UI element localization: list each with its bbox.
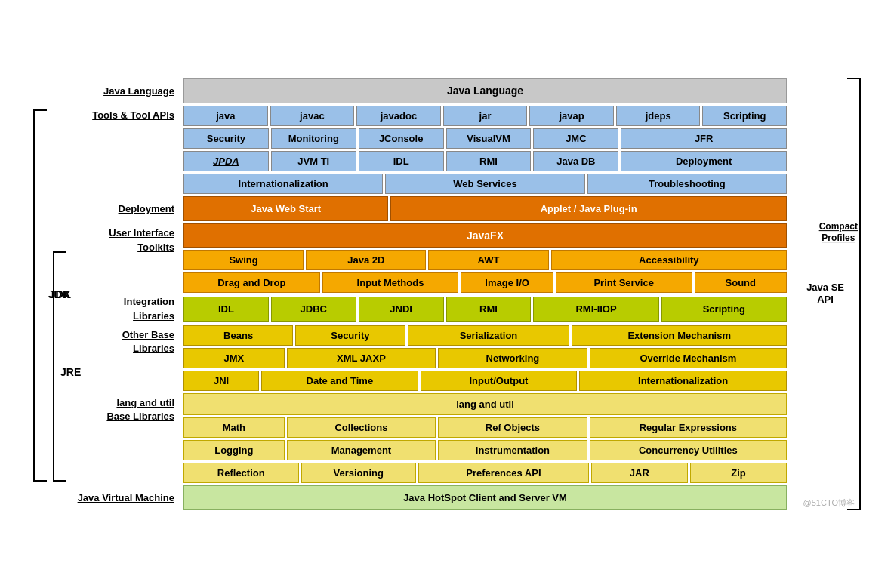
int-rmi: RMI	[446, 297, 532, 322]
lu-row1: Math Collections Ref Objects Regular Exp…	[183, 417, 787, 438]
ui-sound: Sound	[695, 272, 787, 293]
ob-row2: JMX XML JAXP Networking Override Mechani…	[183, 348, 787, 368]
ui-imageio: Image I/O	[461, 272, 553, 293]
lu-math: Math	[183, 417, 285, 438]
int-scripting: Scripting	[661, 297, 787, 322]
integration-section: IntegrationLibraries IDL JDBC JNDI RMI R…	[77, 295, 787, 322]
jdk-bracket	[33, 109, 47, 481]
tools-row2: Security Monitoring JConsole VisualVM JM…	[183, 128, 787, 149]
tool-jconsole: JConsole	[359, 128, 444, 149]
main-diagram: Java Language Java Language Tools & Tool…	[77, 78, 787, 509]
tool-idl: IDL	[359, 151, 444, 171]
tool-jvmti: JVM TI	[271, 151, 356, 171]
ui-inputmethods: Input Methods	[322, 272, 459, 293]
tool-jar: jar	[443, 106, 528, 126]
java-language-section: Java Language Java Language	[77, 78, 787, 103]
jvm-label: Java Virtual Machine	[77, 492, 179, 503]
other-base-section: Other BaseLibraries Beans Security Seria…	[77, 325, 787, 391]
ob-row3: JNI Date and Time Input/Output Internati…	[183, 371, 787, 391]
tool-jmc: JMC	[533, 128, 618, 149]
tool-visualvm: VisualVM	[446, 128, 532, 149]
tool-java: java	[183, 106, 268, 126]
tools-row4: Internationalization Web Services Troubl…	[183, 174, 787, 194]
lu-prefsapi: Preferences API	[418, 463, 589, 483]
java-se-api-label: Java SEAPI	[806, 282, 844, 307]
tool-javadb: Java DB	[533, 151, 618, 171]
java-language-cell: Java Language	[183, 78, 787, 103]
deployment-section: Deployment Java Web Start Applet / Java …	[77, 196, 787, 221]
tool-jdeps: jdeps	[616, 106, 701, 126]
ob-jni: JNI	[183, 371, 259, 391]
ob-serialization: Serialization	[408, 325, 570, 346]
ob-extension: Extension Mechanism	[572, 325, 787, 346]
deployment-label: Deployment	[77, 203, 179, 214]
ui-accessibility: Accessibility	[551, 250, 787, 270]
lang-util-header: lang and util	[183, 393, 787, 415]
tool-rmi: RMI	[446, 151, 532, 171]
tool-javac: javac	[270, 106, 355, 126]
tool-scripting: Scripting	[702, 106, 787, 126]
lang-util-content: lang and util Math Collections Ref Objec…	[183, 393, 787, 483]
ob-networking: Networking	[438, 348, 587, 368]
lu-instrumentation: Instrumentation	[438, 440, 587, 460]
integration-content: IDL JDBC JNDI RMI RMI-IIOP Scripting	[183, 297, 787, 322]
ob-beans: Beans	[183, 325, 293, 346]
lang-util-section: lang and utilBase Libraries lang and uti…	[77, 393, 787, 483]
ob-override: Override Mechanism	[590, 348, 787, 368]
tools-section: Tools & Tool APIs java javac javadoc jar…	[77, 106, 787, 194]
int-jndi: JNDI	[359, 297, 444, 322]
ob-xmljaxp: XML JAXP	[287, 348, 436, 368]
ob-jmx: JMX	[183, 348, 285, 368]
ui-row2: Drag and Drop Input Methods Image I/O Pr…	[183, 272, 787, 293]
tool-javadoc: javadoc	[356, 106, 441, 126]
tool-i18n: Internationalization	[183, 174, 383, 194]
ui-dnd: Drag and Drop	[183, 272, 320, 293]
lu-concurrency: Concurrency Utilities	[590, 440, 787, 460]
ob-i18n: Internationalization	[579, 371, 787, 391]
watermark: @51CTO博客	[803, 497, 855, 509]
int-jdbc: JDBC	[271, 297, 356, 322]
tool-jfr: JFR	[621, 128, 787, 149]
ui-awt: AWT	[428, 250, 548, 270]
other-base-content: Beans Security Serialization Extension M…	[183, 325, 787, 391]
diagram-container: JDK Java Language Java Language Tools & …	[32, 78, 862, 509]
java-language-label: Java Language	[77, 85, 179, 97]
lu-zip: Zip	[690, 463, 787, 483]
lu-collections: Collections	[287, 417, 436, 438]
lu-management: Management	[287, 440, 436, 460]
ui-swing: Swing	[183, 250, 304, 270]
lu-jar: JAR	[591, 463, 688, 483]
tool-deployment: Deployment	[621, 151, 787, 171]
lu-regex: Regular Expressions	[590, 417, 787, 438]
jvm-cell: Java HotSpot Client and Server VM	[183, 485, 787, 510]
tool-jpda: JPDA	[183, 151, 269, 171]
ob-io: Input/Output	[421, 371, 578, 391]
lu-row3: Reflection Versioning Preferences API JA…	[183, 463, 787, 483]
jdk-text: JDK	[48, 288, 69, 300]
compact-profiles-label: CompactProfiles	[819, 221, 858, 245]
lu-versioning: Versioning	[301, 463, 417, 483]
tool-javap: javap	[529, 106, 614, 126]
javafx-cell: JavaFX	[183, 223, 787, 248]
ob-row1: Beans Security Serialization Extension M…	[183, 325, 787, 346]
deployment-applet: Applet / Java Plug-in	[390, 196, 787, 221]
ui-toolkits-section: User InterfaceToolkits JavaFX Swing Java…	[77, 223, 787, 293]
tool-troubleshooting: Troubleshooting	[587, 174, 787, 194]
ui-java2d: Java 2D	[306, 250, 426, 270]
lu-row2: Logging Management Instrumentation Concu…	[183, 440, 787, 460]
ui-row1: Swing Java 2D AWT Accessibility	[183, 250, 787, 270]
ui-toolkits-label: User InterfaceToolkits	[77, 223, 179, 254]
lu-logging: Logging	[183, 440, 285, 460]
tool-webservices: Web Services	[385, 174, 584, 194]
integration-label: IntegrationLibraries	[77, 295, 179, 322]
java-se-api-labels: CompactProfiles Java SEAPI	[806, 282, 844, 307]
other-base-label: Other BaseLibraries	[77, 325, 179, 356]
deployment-content: Java Web Start Applet / Java Plug-in	[183, 196, 787, 221]
tools-content: java javac javadoc jar javap jdeps Scrip…	[183, 106, 787, 194]
right-bracket-area: CompactProfiles Java SEAPI	[787, 78, 862, 509]
tool-monitoring: Monitoring	[271, 128, 356, 149]
jre-text: JRE	[60, 366, 81, 378]
ui-printservice: Print Service	[556, 272, 692, 293]
ob-security: Security	[295, 325, 405, 346]
java-se-api-bracket	[847, 78, 861, 509]
